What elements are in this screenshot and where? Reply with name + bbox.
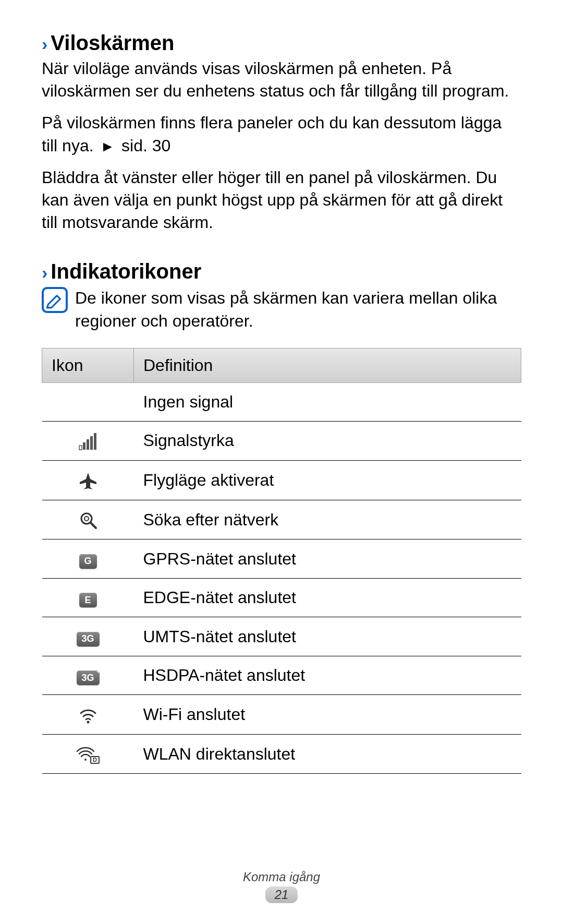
network-badge-icon: 3G [77,632,100,646]
network-badge-icon: G [79,554,97,569]
table-row: Söka efter nätverk [42,500,521,539]
icon-cell: 3G+ [42,656,134,695]
svg-rect-4 [90,436,93,450]
icon-cell [42,500,134,539]
icon-cell [42,461,134,500]
table-row: Wi-Fi anslutet [42,695,521,735]
icon-cell: E [42,578,134,617]
definition-cell: Söka efter nätverk [134,500,521,539]
wifi-direct-icon: D [76,745,100,764]
svg-point-9 [87,721,89,723]
note: De ikoner som visas på skärmen kan varie… [42,287,521,332]
table-header-icon: Ikon [42,348,134,382]
paragraph-1: När viloläge används visas viloskärmen p… [42,57,521,102]
svg-point-7 [84,517,89,521]
arrow-right-icon: ► [100,139,115,154]
svg-rect-3 [87,439,89,450]
heading-text: Indikatorikoner [51,260,201,283]
svg-line-8 [91,523,96,528]
heading-text: Viloskärmen [51,31,174,54]
definition-cell: Flygläge aktiverat [134,461,521,500]
footer: Komma igång 21 [0,870,563,903]
table-row: EEDGE-nätet anslutet [42,578,521,617]
paragraph-3: Bläddra åt vänster eller höger till en p… [42,166,521,234]
svg-point-10 [84,759,87,761]
svg-rect-1 [79,446,82,450]
heading-viloskarmen: ›Viloskärmen [42,31,521,54]
note-icon [42,287,68,313]
icon-cell [42,695,134,735]
footer-chapter: Komma igång [0,870,563,884]
chevron-icon: › [42,263,47,282]
icon-cell: D [42,734,134,774]
icon-cell: 3G [42,617,134,656]
definition-cell: Signalstyrka [134,421,521,461]
paragraph-2b: sid. 30 [117,136,170,155]
icon-table: Ikon Definition Ingen signalSignalstyrka… [42,348,521,774]
table-row: Ingen signal [42,382,521,421]
table-row: 3G+HSDPA-nätet anslutet [42,656,521,695]
heading-indikatorikoner: ›Indikatorikoner [42,260,521,283]
definition-cell: WLAN direktanslutet [134,734,521,774]
svg-rect-5 [94,433,96,450]
table-row: Signalstyrka [42,421,521,461]
airplane-icon [79,472,97,490]
table-row: GGPRS-nätet anslutet [42,539,521,579]
definition-cell: GPRS-nätet anslutet [134,539,521,579]
definition-cell: UMTS-nätet anslutet [134,617,521,656]
page: ›Viloskärmen När viloläge används visas … [0,0,563,924]
definition-cell: Ingen signal [134,382,521,421]
search-icon [79,511,97,530]
definition-cell: HSDPA-nätet anslutet [134,656,521,695]
signal-icon [79,432,97,451]
svg-rect-2 [83,442,85,450]
network-badge-icon: 3G+ [77,670,100,685]
network-badge-icon: E [79,593,97,607]
icon-cell [42,421,134,461]
svg-text:D: D [93,757,97,763]
table-header-def: Definition [134,348,521,382]
chevron-icon: › [42,34,47,54]
table-row: Flygläge aktiverat [42,461,521,500]
icon-cell: G [42,539,134,579]
note-text: De ikoner som visas på skärmen kan varie… [75,287,521,332]
definition-cell: EDGE-nätet anslutet [134,578,521,617]
paragraph-2: På viloskärmen finns flera paneler och d… [42,112,521,157]
icon-cell [42,382,134,421]
page-number: 21 [265,886,298,903]
table-row: DWLAN direktanslutet [42,734,521,774]
table-row: 3GUMTS-nätet anslutet [42,617,521,656]
definition-cell: Wi-Fi anslutet [134,695,521,735]
wifi-icon [79,706,97,725]
